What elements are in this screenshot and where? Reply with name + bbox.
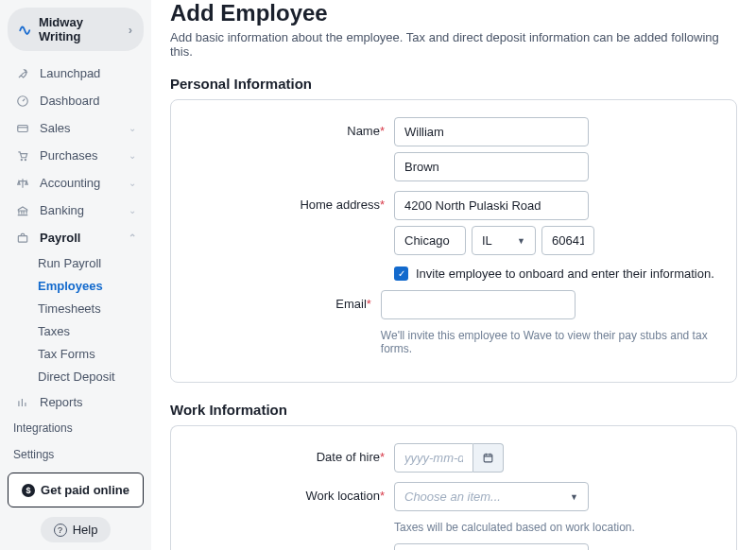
wage-type-select[interactable]: Select type▼ [394, 543, 589, 550]
email-helper: We'll invite this employee to Wave to vi… [381, 329, 717, 355]
name-label: Name* [190, 117, 394, 138]
invite-label: Invite employee to onboard and enter the… [416, 266, 714, 281]
sub-item-run-payroll[interactable]: Run Payroll [32, 252, 144, 274]
sidebar-item-reports[interactable]: Reports [8, 389, 144, 415]
invite-checkbox[interactable]: ✓ [394, 266, 408, 281]
card-icon [15, 122, 30, 135]
bank-icon [15, 204, 30, 217]
caret-down-icon: ▼ [517, 236, 525, 246]
sub-item-taxes[interactable]: Taxes [32, 320, 144, 342]
svg-rect-7 [484, 455, 492, 462]
scale-icon [15, 177, 30, 190]
zip-input[interactable] [541, 226, 594, 255]
sidebar-item-purchases[interactable]: Purchases ⌄ [8, 143, 144, 168]
nav-label: Banking [40, 203, 84, 217]
workspace-switcher[interactable]: Midway Writing › [8, 8, 144, 51]
wave-logo-icon [19, 22, 33, 37]
sub-item-tax-forms[interactable]: Tax Forms [32, 343, 144, 365]
sidebar-item-launchpad[interactable]: Launchpad [8, 60, 144, 86]
chevron-down-icon: ⌄ [129, 205, 136, 215]
chevron-right-icon: › [129, 23, 132, 37]
nav-label: Launchpad [40, 66, 100, 80]
page-title: Add Employee [170, 0, 737, 26]
section-title-personal: Personal Information [170, 76, 737, 92]
button-label: Help [73, 523, 98, 537]
nav-label: Accounting [40, 176, 100, 190]
sidebar-item-accounting[interactable]: Accounting ⌄ [8, 170, 144, 196]
nav-label: Sales [40, 121, 71, 135]
date-picker-button[interactable] [473, 443, 504, 473]
svg-rect-1 [18, 125, 28, 131]
sub-item-direct-deposit[interactable]: Direct Deposit [32, 366, 144, 387]
date-of-hire-input[interactable] [394, 443, 473, 473]
chevron-down-icon: ⌄ [129, 150, 136, 161]
sidebar-item-sales[interactable]: Sales ⌄ [8, 115, 144, 141]
svg-point-2 [21, 159, 22, 160]
chevron-down-icon: ⌄ [129, 123, 136, 133]
state-select[interactable]: IL▼ [472, 226, 536, 255]
svg-rect-4 [18, 235, 26, 241]
wage-type-label: Wage type* [190, 543, 394, 550]
sidebar-item-dashboard[interactable]: Dashboard [8, 88, 144, 113]
nav-label: Purchases [40, 148, 97, 163]
help-circle-icon: ? [54, 524, 67, 537]
page-subtitle: Add basic information about the employee… [170, 30, 737, 59]
personal-info-card: Name* Home address* IL▼ ✓ Invite employe… [170, 99, 737, 383]
sidebar-item-payroll[interactable]: Payroll ⌃ [8, 225, 144, 250]
bars-icon [15, 396, 30, 409]
sidebar-item-banking[interactable]: Banking ⌄ [8, 198, 144, 223]
work-location-select[interactable]: Choose an item...▼ [394, 482, 589, 511]
email-input[interactable] [381, 290, 576, 319]
dollar-circle-icon: $ [22, 484, 35, 497]
address-label: Home address* [190, 191, 394, 212]
city-input[interactable] [394, 226, 466, 255]
link-settings[interactable]: Settings [8, 446, 144, 463]
help-button[interactable]: ? Help [41, 517, 112, 542]
hire-label: Date of hire* [190, 443, 394, 464]
sub-item-timesheets[interactable]: Timesheets [32, 298, 144, 319]
section-title-work: Work Information [170, 402, 737, 418]
cart-icon [15, 149, 30, 163]
first-name-input[interactable] [394, 117, 589, 146]
street-input[interactable] [394, 191, 589, 220]
location-label: Work location* [190, 482, 394, 503]
workspace-name: Midway Writing [39, 15, 123, 43]
gauge-icon [15, 95, 30, 108]
nav-label: Dashboard [40, 94, 100, 108]
email-label: Email* [190, 290, 381, 311]
chevron-up-icon: ⌃ [129, 232, 136, 243]
work-info-card: Date of hire* Work location* Choose an i… [170, 425, 737, 550]
rocket-icon [15, 67, 30, 80]
last-name-input[interactable] [394, 152, 589, 181]
link-integrations[interactable]: Integrations [8, 420, 144, 437]
nav-label: Reports [40, 395, 83, 409]
button-label: Get paid online [41, 483, 129, 497]
calendar-icon [482, 452, 494, 464]
caret-down-icon: ▼ [570, 492, 578, 502]
payroll-submenu: Run Payroll Employees Timesheets Taxes T… [8, 252, 144, 387]
sub-item-employees[interactable]: Employees [32, 275, 144, 297]
chevron-down-icon: ⌄ [129, 178, 136, 188]
briefcase-icon [15, 232, 30, 245]
get-paid-online-button[interactable]: $ Get paid online [8, 473, 144, 507]
location-helper: Taxes will be calculated based on work l… [394, 521, 635, 534]
svg-point-3 [25, 159, 26, 160]
nav-label: Payroll [40, 231, 80, 245]
